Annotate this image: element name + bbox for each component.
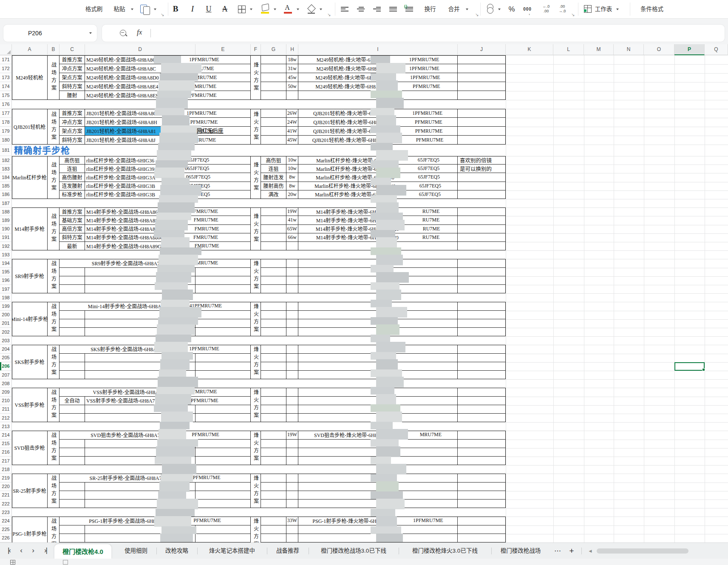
row-header-214[interactable]: 214 (0, 431, 12, 439)
add-sheet-button[interactable]: + (566, 543, 577, 559)
column-header-F[interactable]: F (251, 44, 261, 55)
cell-C211[interactable] (59, 405, 85, 414)
row-header-222[interactable]: 222 (0, 500, 12, 508)
cell-G174[interactable] (261, 82, 286, 91)
cell-H211[interactable] (286, 405, 298, 414)
cell-H180[interactable]: 45W (286, 136, 298, 145)
cell-C190[interactable]: 高倍方案 (59, 225, 85, 233)
sheet-tab[interactable]: 改枪攻略 (159, 543, 195, 559)
cell-C217[interactable] (59, 457, 85, 465)
row-header-223[interactable]: 223 (0, 508, 12, 517)
cell-G214[interactable] (261, 431, 286, 439)
cell-C195[interactable] (59, 268, 85, 276)
cell-C199[interactable]: Mini-14射手步枪-全面战场-6H8A741PFMRU7ME (59, 302, 251, 310)
row-header-177[interactable]: 177 (0, 109, 12, 118)
cell-C202[interactable] (59, 328, 85, 336)
row-header-172[interactable]: 172 (0, 64, 12, 73)
battlefield-plan-cell[interactable]: 战场方案 (48, 302, 59, 336)
battlefield-plan-cell[interactable]: 战场方案 (48, 156, 59, 199)
row-header-207[interactable]: 207 (0, 371, 12, 379)
row-header-191[interactable]: 191 (0, 233, 12, 242)
cell-C194[interactable]: SR9射手步枪-全面战场-6H8A7JCPFMRU7ME (59, 259, 251, 267)
row-header-209[interactable]: 209 (0, 388, 12, 396)
cell-H202[interactable] (286, 328, 298, 336)
cell-C173[interactable]: 架点方案 (59, 73, 85, 82)
row-header-216[interactable]: 216 (0, 448, 12, 457)
row-header-182[interactable]: 182 (0, 156, 12, 165)
cell-G217[interactable] (261, 457, 286, 465)
cell-J219[interactable] (458, 474, 506, 482)
cell-H178[interactable]: 24W (286, 118, 298, 127)
column-header-C[interactable]: C (59, 44, 85, 55)
row-header-189[interactable]: 189 (0, 216, 12, 224)
cell-J190[interactable] (458, 225, 506, 233)
cell-C210[interactable]: 全自动 (59, 397, 85, 405)
cell-G172[interactable] (261, 64, 286, 73)
tab-scroll-left-icon[interactable]: ◀ (586, 543, 595, 559)
row-header-202[interactable]: 202 (0, 328, 12, 336)
cell-J192[interactable] (458, 242, 506, 250)
cell-C172[interactable]: 冲点方案 (59, 64, 85, 73)
cell-C212[interactable] (59, 414, 85, 422)
cell-C182[interactable]: 高伤狙 (59, 156, 85, 165)
cell-H172[interactable]: 31w (286, 64, 298, 73)
cell-C225[interactable] (59, 525, 85, 534)
last-sheet-button[interactable]: ›| (40, 543, 51, 559)
cell-C174[interactable]: 斜特方案 (59, 82, 85, 91)
cell-H226[interactable] (286, 534, 298, 542)
cell-G226[interactable] (261, 534, 286, 542)
cell-C183[interactable]: 连狙 (59, 165, 85, 173)
row-header-174[interactable]: 174 (0, 82, 12, 91)
row-header-211[interactable]: 211 (0, 405, 12, 414)
weapon-name-cell[interactable]: VSS射手步枪 (12, 388, 48, 422)
cell-H216[interactable] (286, 448, 298, 457)
cell-E201[interactable] (195, 319, 251, 328)
cell-C205[interactable] (59, 354, 85, 362)
fire-plan-cell[interactable]: 烽火方案 (251, 259, 261, 293)
cell-J206[interactable] (458, 362, 506, 371)
fire-plan-cell[interactable]: 烽火方案 (251, 109, 261, 145)
row-header-219[interactable]: 219 (0, 474, 12, 482)
cell-G215[interactable] (261, 440, 286, 448)
cell-G188[interactable] (261, 207, 286, 216)
cell-G211[interactable] (261, 405, 286, 414)
sheet-tab[interactable]: 使用细则 (118, 543, 154, 559)
row-header-213[interactable]: 213 (0, 422, 12, 431)
cell-J196[interactable] (458, 276, 506, 285)
select-all-corner[interactable] (0, 44, 12, 55)
sheet-tab[interactable]: 橙门楼改枪烽火3.0已下线 (401, 543, 489, 559)
cell-C201[interactable] (59, 319, 85, 328)
row-header-181[interactable]: 181 (0, 145, 12, 156)
cell-G185[interactable]: 腰射高伤 (261, 182, 286, 190)
cell-J182[interactable]: 喜欢别的倍镜 (458, 156, 506, 165)
column-header-J[interactable]: J (458, 44, 506, 55)
cell-G189[interactable] (261, 216, 286, 224)
fire-plan-cell[interactable]: 烽火方案 (251, 207, 261, 250)
cell-C206[interactable] (59, 362, 85, 371)
battlefield-plan-cell[interactable]: 战场方案 (48, 55, 59, 100)
cell-H222[interactable] (286, 500, 298, 508)
row-header-188[interactable]: 188 (0, 207, 12, 216)
row-header-225[interactable]: 225 (0, 525, 12, 534)
column-header-K[interactable]: K (506, 44, 553, 55)
cell-J185[interactable] (458, 182, 506, 190)
cell-J216[interactable] (458, 448, 506, 457)
row-header-180[interactable]: 180 (0, 136, 12, 145)
row-header-200[interactable]: 200 (0, 311, 12, 319)
weapon-name-cell[interactable]: QJB201轻机枪 (12, 109, 48, 145)
cell-H184[interactable]: 8w (286, 173, 298, 182)
tab-scrollbar[interactable] (597, 548, 688, 554)
cell-G205[interactable] (261, 354, 286, 362)
cell-J224[interactable] (458, 517, 506, 525)
cell-J222[interactable] (458, 500, 506, 508)
cell-J201[interactable] (458, 319, 506, 328)
cell-E196[interactable] (195, 276, 251, 285)
selected-cell-P206[interactable] (674, 362, 705, 371)
cell-C197[interactable] (59, 285, 85, 293)
cell-J197[interactable] (458, 285, 506, 293)
cell-E216[interactable] (195, 448, 251, 457)
cell-H179[interactable]: 41W (286, 127, 298, 136)
cell-G212[interactable] (261, 414, 286, 422)
cell-C191[interactable]: 斜特方案 (59, 233, 85, 242)
row-header-186[interactable]: 186 (0, 190, 12, 199)
